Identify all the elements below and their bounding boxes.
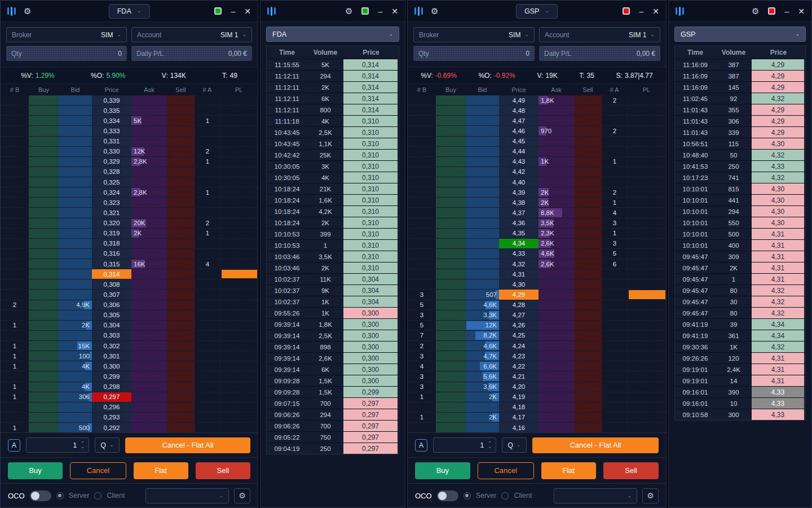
sell-column-cell[interactable] bbox=[574, 106, 602, 115]
buy-column-cell[interactable] bbox=[29, 341, 59, 351]
sell-column-cell[interactable] bbox=[167, 413, 195, 422]
price-cell[interactable]: 0,300 bbox=[92, 361, 131, 371]
ask-volume-cell[interactable] bbox=[539, 106, 574, 115]
ask-volume-cell[interactable] bbox=[131, 392, 167, 402]
price-cell[interactable]: 4,45 bbox=[499, 137, 539, 146]
price-cell[interactable]: 0,323 bbox=[92, 198, 131, 207]
minimize-icon[interactable]: – bbox=[378, 7, 382, 15]
price-cell[interactable]: 4,28 bbox=[499, 300, 539, 310]
sell-column-cell[interactable] bbox=[167, 310, 195, 320]
buy-column-cell[interactable] bbox=[436, 239, 466, 248]
stepper-arrows-icon[interactable]: ⌃⌄ bbox=[488, 442, 492, 449]
strategy-gear-icon[interactable]: ⚙ bbox=[642, 488, 659, 503]
stepper-arrows-icon[interactable]: ⌃⌄ bbox=[81, 442, 85, 449]
ask-volume-cell[interactable] bbox=[131, 95, 167, 105]
price-cell[interactable]: 0,297 bbox=[92, 392, 131, 402]
bid-volume-cell[interactable] bbox=[466, 198, 499, 207]
bid-volume-cell[interactable]: 8,2K bbox=[466, 331, 499, 340]
bid-volume-cell[interactable] bbox=[466, 187, 499, 197]
bid-volume-cell[interactable] bbox=[59, 95, 92, 105]
buy-column-cell[interactable] bbox=[436, 106, 466, 115]
bid-volume-cell[interactable] bbox=[466, 137, 499, 146]
ask-volume-cell[interactable] bbox=[539, 361, 574, 371]
buy-column-cell[interactable] bbox=[436, 423, 466, 432]
sell-column-cell[interactable] bbox=[574, 351, 602, 361]
sell-column-cell[interactable] bbox=[574, 392, 602, 402]
price-cell[interactable]: 0,314 bbox=[92, 269, 131, 279]
buy-column-cell[interactable] bbox=[436, 361, 466, 371]
ask-volume-cell[interactable] bbox=[131, 371, 167, 381]
price-cell[interactable]: 0,303 bbox=[92, 331, 131, 340]
ask-volume-cell[interactable] bbox=[131, 198, 167, 207]
buy-column-cell[interactable] bbox=[436, 198, 466, 207]
bid-volume-cell[interactable] bbox=[466, 167, 499, 177]
ask-volume-cell[interactable] bbox=[131, 106, 167, 115]
price-cell[interactable]: 4,43 bbox=[499, 157, 539, 167]
bid-volume-cell[interactable] bbox=[59, 279, 92, 289]
ask-volume-cell[interactable] bbox=[131, 167, 167, 177]
buy-column-cell[interactable] bbox=[29, 229, 59, 238]
sell-column-cell[interactable] bbox=[167, 331, 195, 340]
buy-column-cell[interactable] bbox=[29, 310, 59, 320]
bid-volume-cell[interactable] bbox=[59, 269, 92, 279]
ask-volume-cell[interactable]: 2,6K bbox=[539, 239, 574, 248]
ask-volume-cell[interactable] bbox=[131, 239, 167, 248]
ask-volume-cell[interactable]: 970 bbox=[539, 126, 574, 135]
buy-column-cell[interactable] bbox=[436, 310, 466, 320]
bid-volume-cell[interactable] bbox=[466, 177, 499, 187]
bid-volume-cell[interactable]: 4K bbox=[59, 361, 92, 371]
price-cell[interactable]: 4,24 bbox=[499, 341, 539, 351]
app-menu-icon[interactable] bbox=[7, 7, 16, 16]
bid-volume-cell[interactable] bbox=[59, 229, 92, 238]
ask-volume-cell[interactable] bbox=[539, 341, 574, 351]
price-cell[interactable]: 0,325 bbox=[92, 177, 131, 187]
ask-volume-cell[interactable] bbox=[131, 402, 167, 412]
status-square-icon[interactable] bbox=[214, 7, 222, 15]
sell-column-cell[interactable] bbox=[167, 137, 195, 146]
sell-column-cell[interactable] bbox=[574, 116, 602, 125]
server-radio[interactable] bbox=[464, 492, 471, 500]
buy-column-cell[interactable] bbox=[29, 382, 59, 392]
buy-column-cell[interactable] bbox=[29, 157, 59, 167]
sell-column-cell[interactable] bbox=[167, 279, 195, 289]
sell-column-cell[interactable] bbox=[167, 229, 195, 238]
oco-toggle[interactable] bbox=[437, 491, 458, 501]
buy-column-cell[interactable] bbox=[29, 239, 59, 248]
ask-volume-cell[interactable]: 12K bbox=[131, 147, 167, 156]
sell-column-cell[interactable] bbox=[574, 361, 602, 371]
price-cell[interactable]: 0,328 bbox=[92, 167, 131, 177]
sell-column-cell[interactable] bbox=[167, 187, 195, 197]
ask-volume-cell[interactable] bbox=[539, 177, 574, 187]
ask-volume-cell[interactable] bbox=[131, 341, 167, 351]
quantity-stepper[interactable]: 1 ⌃⌄ bbox=[433, 437, 496, 453]
cancel-flat-all-button[interactable]: Cancel - Flat All bbox=[125, 437, 250, 453]
bid-volume-cell[interactable]: 2K bbox=[466, 413, 499, 422]
price-cell[interactable]: 4,20 bbox=[499, 382, 539, 392]
flat-button[interactable]: Flat bbox=[134, 462, 188, 479]
buy-column-cell[interactable] bbox=[29, 321, 59, 330]
buy-column-cell[interactable] bbox=[436, 290, 466, 299]
client-radio[interactable] bbox=[94, 492, 102, 500]
ask-volume-cell[interactable] bbox=[131, 177, 167, 187]
status-square-icon[interactable] bbox=[361, 7, 369, 15]
buy-column-cell[interactable] bbox=[29, 106, 59, 115]
bid-volume-cell[interactable] bbox=[466, 106, 499, 115]
buy-column-cell[interactable] bbox=[29, 402, 59, 412]
ask-volume-cell[interactable]: 20K bbox=[131, 218, 167, 228]
oco-toggle[interactable] bbox=[30, 491, 51, 501]
sell-column-cell[interactable] bbox=[574, 229, 602, 238]
buy-column-cell[interactable] bbox=[29, 137, 59, 146]
buy-column-cell[interactable] bbox=[29, 167, 59, 177]
ask-volume-cell[interactable] bbox=[539, 321, 574, 330]
q-dropdown[interactable]: Q⌄ bbox=[502, 437, 527, 453]
ask-volume-cell[interactable] bbox=[131, 300, 167, 310]
sell-column-cell[interactable] bbox=[167, 239, 195, 248]
status-square-icon[interactable] bbox=[623, 7, 630, 15]
bid-volume-cell[interactable] bbox=[59, 116, 92, 125]
ask-volume-cell[interactable] bbox=[539, 423, 574, 432]
sell-column-cell[interactable] bbox=[167, 167, 195, 177]
price-cell[interactable]: 4,27 bbox=[499, 310, 539, 320]
price-cell[interactable]: 4,18 bbox=[499, 402, 539, 412]
bid-volume-cell[interactable]: 4K bbox=[59, 382, 92, 392]
price-cell[interactable]: 0,315 bbox=[92, 259, 131, 269]
